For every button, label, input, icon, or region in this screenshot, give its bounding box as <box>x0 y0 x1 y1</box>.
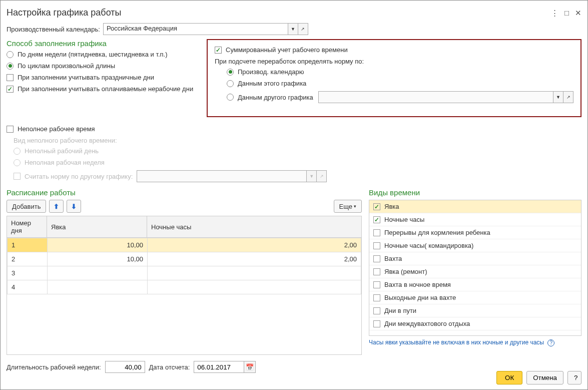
norm-other-select: ▼ ↗ <box>137 170 327 182</box>
time-type-row[interactable]: Ночные часы <box>369 213 581 226</box>
move-up-button[interactable]: ⬆ <box>49 200 64 213</box>
fill-by-cycles[interactable]: По циклам произвольной длины <box>7 62 200 70</box>
fill-by-weekdays[interactable]: По дням недели (пятидневка, шестидневка … <box>7 51 200 58</box>
close-icon[interactable]: ✕ <box>575 9 581 18</box>
other-schedule-value[interactable] <box>318 91 553 103</box>
schedule-area: Расписание работы Добавить ⬆ ⬇ Еще Номер… <box>7 188 581 373</box>
time-type-label: Вахта <box>384 255 402 262</box>
time-type-row[interactable]: Вахта в ночное время <box>369 278 581 291</box>
table-row[interactable]: 1 10,00 2,00 <box>8 238 361 252</box>
checkbox-icon[interactable] <box>373 229 380 236</box>
checkbox-icon[interactable] <box>373 307 380 314</box>
main-columns: Способ заполнения графика По дням недели… <box>7 39 581 117</box>
toolbar-left: Добавить ⬆ ⬇ <box>7 200 81 213</box>
time-type-label: Вахта в ночное время <box>384 281 451 288</box>
col-attendance[interactable]: Явка <box>47 216 147 238</box>
kebab-icon[interactable]: ⋮ <box>551 9 558 18</box>
table-row[interactable]: 4 <box>8 280 361 294</box>
time-types-list[interactable]: Явка Ночные часы Перерывы для кормления … <box>369 200 581 336</box>
time-type-row[interactable]: Выходные дни на вахте <box>369 291 581 304</box>
dialog-title: Настройка графика работы <box>7 8 121 18</box>
start-date-input[interactable] <box>194 361 244 373</box>
time-type-row[interactable]: Ночные часы( командировка) <box>369 239 581 252</box>
calendar-icon[interactable]: 📅 <box>244 361 256 373</box>
cell-attendance <box>48 280 148 294</box>
dropdown-icon[interactable]: ▼ <box>553 91 563 103</box>
part-week-radio: Неполная рабочая неделя <box>14 159 581 166</box>
time-type-label: Ночные часы <box>384 216 424 223</box>
table-row[interactable]: 2 10,00 2,00 <box>8 252 361 266</box>
other-schedule-select: ▼ ↗ <box>318 91 573 103</box>
help-button[interactable]: ? <box>567 371 581 384</box>
radio-label: Неполная рабочая неделя <box>25 159 105 166</box>
maximize-icon[interactable]: □ <box>564 9 569 17</box>
fill-method-section: Способ заполнения графика По дням недели… <box>7 39 200 117</box>
checkbox-icon[interactable] <box>373 281 380 288</box>
titlebar: Настройка графика работы ⋮ □ ✕ <box>7 6 581 23</box>
col-daynum[interactable]: Номер дня <box>7 216 47 238</box>
checkbox-icon[interactable] <box>373 242 380 249</box>
norm-by-this-schedule[interactable]: Данным этого графика <box>227 80 573 87</box>
time-type-row[interactable]: Перерывы для кормления ребенка <box>369 226 581 239</box>
open-icon[interactable]: ↗ <box>298 23 308 35</box>
summarized-check[interactable]: Суммированный учет рабочего времени <box>215 46 573 54</box>
time-type-label: Выходные дни на вахте <box>384 294 456 301</box>
cell-attendance: 10,00 <box>48 238 148 252</box>
ok-button[interactable]: ОК <box>496 371 522 384</box>
cell-daynum: 1 <box>8 238 48 252</box>
time-type-row[interactable]: Дни в пути <box>369 304 581 317</box>
move-down-button[interactable]: ⬇ <box>67 200 81 213</box>
dialog-window: Настройка графика работы ⋮ □ ✕ Производс… <box>0 0 588 390</box>
col-night[interactable]: Ночные часы <box>147 216 362 238</box>
dropdown-icon[interactable]: ▼ <box>288 23 298 35</box>
time-type-row[interactable]: Вахта <box>369 252 581 265</box>
radio-label: По дням недели (пятидневка, шестидневка … <box>18 51 168 58</box>
checkbox-label: При заполнении учитывать праздничные дни <box>18 74 154 81</box>
norm-by-calendar[interactable]: Производ. календарю <box>227 68 573 76</box>
table-body-wrap[interactable]: 1 10,00 2,002 10,00 2,003 4 <box>7 238 362 355</box>
add-button[interactable]: Добавить <box>7 200 46 213</box>
norm-label: При подсчете переработок определять норм… <box>215 58 364 65</box>
checkbox-icon[interactable] <box>373 203 380 210</box>
radio-icon <box>7 51 14 58</box>
schedule-toolbar: Добавить ⬆ ⬇ Еще <box>7 200 362 213</box>
more-button[interactable]: Еще <box>334 200 362 213</box>
week-length-input[interactable] <box>105 361 145 373</box>
time-type-row[interactable]: Явка (ремонт) <box>369 265 581 278</box>
week-length-label: Длительность рабочей недели: <box>7 363 101 371</box>
part-time-check[interactable]: Неполное рабочее время <box>7 125 581 133</box>
checkbox-icon[interactable] <box>373 255 380 262</box>
radio-label: По циклам произвольной длины <box>18 62 115 70</box>
schedule-left: Расписание работы Добавить ⬆ ⬇ Еще Номер… <box>7 188 362 373</box>
consider-holidays[interactable]: При заполнении учитывать праздничные дни <box>7 74 200 81</box>
time-type-label: Явка (ремонт) <box>384 268 427 275</box>
time-types-title: Виды времени <box>369 188 581 197</box>
radio-label: Данным этого графика <box>238 80 306 87</box>
help-icon[interactable]: ? <box>547 339 554 346</box>
cell-daynum: 4 <box>8 280 48 294</box>
checkbox-icon[interactable] <box>373 320 380 327</box>
cell-night <box>148 280 361 294</box>
summarized-section: Суммированный учет рабочего времени При … <box>207 39 581 117</box>
time-type-row[interactable]: Явка <box>369 200 581 213</box>
radio-icon <box>227 69 234 76</box>
checkbox-icon[interactable] <box>373 268 380 275</box>
checkbox-icon <box>7 86 14 93</box>
checkbox-label: Суммированный учет рабочего времени <box>226 46 348 54</box>
cancel-button[interactable]: Отмена <box>526 371 563 384</box>
time-type-row[interactable]: Дни междувахтового отдыха <box>369 317 581 330</box>
arrow-down-icon: ⬇ <box>71 203 77 210</box>
checkbox-icon <box>14 173 21 180</box>
open-icon[interactable]: ↗ <box>563 91 573 103</box>
table-row[interactable]: 3 <box>8 266 361 280</box>
checkbox-icon[interactable] <box>373 294 380 301</box>
cell-attendance: 10,00 <box>48 252 148 266</box>
highlighted-box: Суммированный учет рабочего времени При … <box>207 39 581 117</box>
start-date-label: Дата отсчета: <box>149 363 190 371</box>
consider-paid-nonwork[interactable]: При заполнении учитывать оплачиваемые не… <box>7 85 200 93</box>
checkbox-icon[interactable] <box>373 216 380 223</box>
time-type-label: Явка <box>384 203 399 210</box>
part-time-sublabel: Вид неполного рабочего времени: <box>14 137 117 144</box>
calendar-value[interactable]: Российская Федерация <box>103 23 288 35</box>
norm-by-other-schedule[interactable]: Данным другого графика ▼ ↗ <box>227 91 573 103</box>
